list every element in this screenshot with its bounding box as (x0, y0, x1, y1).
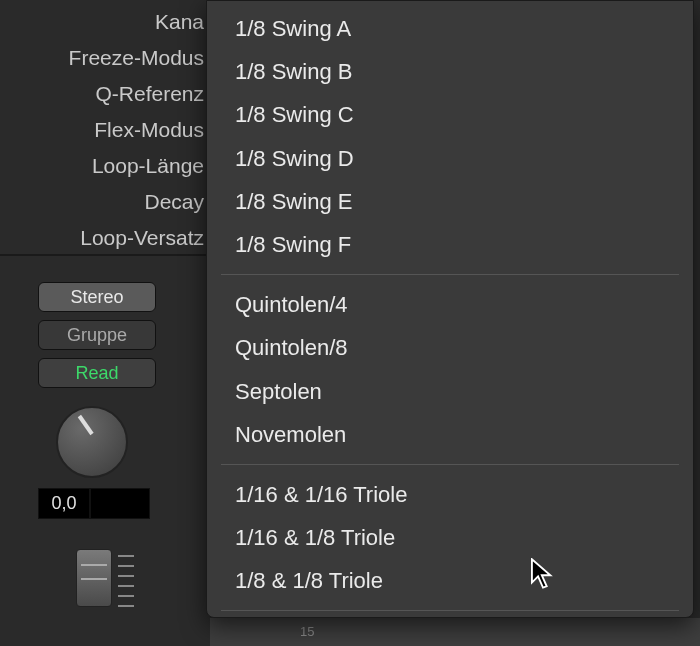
stereo-label: Stereo (70, 287, 123, 308)
menu-item-novemolen[interactable]: Novemolen (207, 413, 693, 456)
param-label: Freeze-Modus (69, 46, 204, 70)
menu-item-16-8-triole[interactable]: 1/16 & 1/8 Triole (207, 516, 693, 559)
channel-strip: Stereo Gruppe Read 0,0 (0, 282, 156, 607)
param-label: Loop-Versatz (80, 226, 204, 250)
menu-item-quintolen-4[interactable]: Quintolen/4 (207, 283, 693, 326)
menu-item-16-16-triole[interactable]: 1/16 & 1/16 Triole (207, 473, 693, 516)
menu-item-swing-e[interactable]: 1/8 Swing E (207, 180, 693, 223)
menu-item-swing-c[interactable]: 1/8 Swing C (207, 93, 693, 136)
menu-item-swing-d[interactable]: 1/8 Swing D (207, 137, 693, 180)
fader-cap[interactable] (76, 549, 112, 607)
fader-area[interactable] (76, 549, 156, 607)
ruler-tick: 15 (300, 624, 314, 639)
param-row: Flex-Modus (0, 112, 210, 148)
menu-separator (221, 274, 679, 275)
read-label: Read (75, 363, 118, 384)
automation-read-button[interactable]: Read (38, 358, 156, 388)
param-row: Loop-Versatz (0, 220, 210, 256)
value-readout[interactable]: 0,0 (38, 488, 90, 519)
param-label: Kana (155, 10, 204, 34)
menu-item-quintolen-8[interactable]: Quintolen/8 (207, 326, 693, 369)
param-row: Q-Referenz (0, 76, 210, 112)
menu-item-swing-a[interactable]: 1/8 Swing A (207, 7, 693, 50)
param-row: Freeze-Modus (0, 40, 210, 76)
param-label: Flex-Modus (94, 118, 204, 142)
group-button[interactable]: Gruppe (38, 320, 156, 350)
menu-item-septolen[interactable]: Septolen (207, 370, 693, 413)
inspector-panel: Kana Freeze-Modus Q-Referenz Flex-Modus … (0, 0, 210, 256)
quantize-dropdown-menu: 1/8 Swing A 1/8 Swing B 1/8 Swing C 1/8 … (206, 0, 694, 618)
menu-item-8-8-triole[interactable]: 1/8 & 1/8 Triole (207, 559, 693, 602)
param-row: Kana (0, 4, 210, 40)
menu-item-swing-b[interactable]: 1/8 Swing B (207, 50, 693, 93)
param-label: Loop-Länge (92, 154, 204, 178)
param-label: Decay (144, 190, 204, 214)
param-row: Loop-Länge (0, 148, 210, 184)
divider (0, 254, 210, 256)
param-label: Q-Referenz (95, 82, 204, 106)
value-readout-secondary[interactable] (90, 488, 150, 519)
track-area: 15 (210, 618, 700, 646)
menu-item-swing-f[interactable]: 1/8 Swing F (207, 223, 693, 266)
menu-separator (221, 610, 679, 611)
menu-separator (221, 464, 679, 465)
meter-scale (118, 555, 134, 607)
param-row: Decay (0, 184, 210, 220)
group-label: Gruppe (67, 325, 127, 346)
stereo-button[interactable]: Stereo (38, 282, 156, 312)
pan-knob[interactable] (56, 406, 128, 478)
